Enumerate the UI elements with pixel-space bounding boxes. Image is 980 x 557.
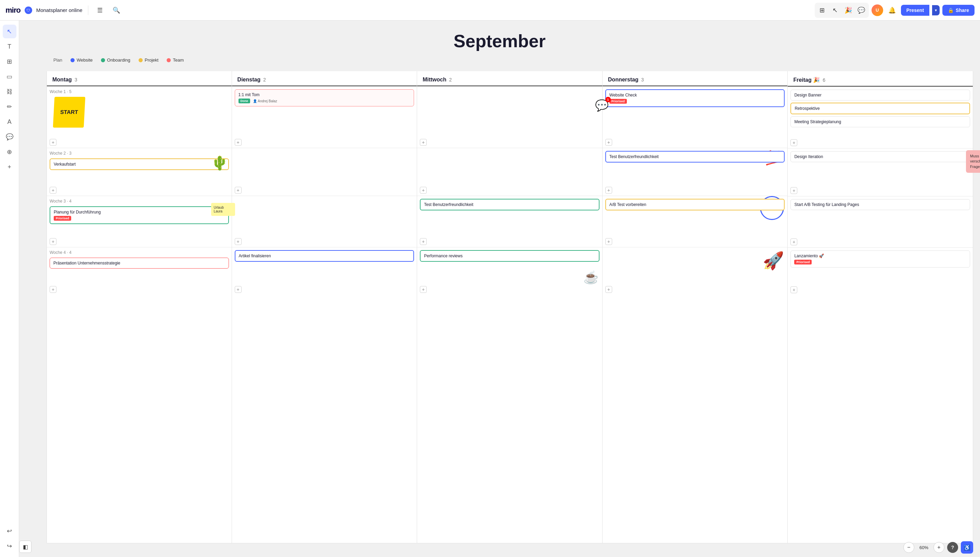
accessibility-button[interactable]: ♿ xyxy=(961,541,973,554)
day-montag: Montag 3 Woche 1 · 5 START + Woche 2 · 3… xyxy=(47,71,232,543)
add-task-dienstag-w3[interactable]: + xyxy=(235,238,242,245)
search-icon[interactable]: 🔍 xyxy=(110,4,122,16)
text-tool[interactable]: T xyxy=(3,40,16,54)
add-task-mittwoch-w1[interactable]: + xyxy=(420,139,427,146)
task-website-check[interactable]: Website Check Priorised xyxy=(605,89,785,107)
sticky-urlaub: Urlaub Laura xyxy=(211,203,235,216)
add-task-montag-w3[interactable]: + xyxy=(50,238,57,245)
select-tool[interactable]: ↖ xyxy=(3,24,16,38)
add-task-donnerstag-w3[interactable]: + xyxy=(605,238,612,245)
day-header-mittwoch: Mittwoch 2 xyxy=(417,71,602,86)
legend-dot-projekt xyxy=(138,58,143,62)
add-task-mittwoch-w3[interactable]: + xyxy=(420,238,427,245)
pen-tool[interactable]: ✏ xyxy=(3,100,16,114)
share-button[interactable]: 🔒 Share xyxy=(943,5,975,16)
present-caret-button[interactable]: ▾ xyxy=(932,5,939,15)
task-retrospektive[interactable]: Retrospektive xyxy=(790,103,970,114)
task-title-artikel: Artikel finalisieren xyxy=(239,254,271,258)
legend-onboarding-label: Onboarding xyxy=(107,57,130,63)
left-sidebar: ↖ T ⊞ ▭ ⛓ ✏ A 💬 ⊕ + ↩ ↪ xyxy=(0,21,19,557)
sticky-tool[interactable]: ▭ xyxy=(3,70,16,83)
add-task-donnerstag-w4[interactable]: + xyxy=(605,286,612,293)
add-task-montag-w1[interactable]: + xyxy=(50,139,57,146)
zoom-level: 60% xyxy=(917,545,931,550)
assignee-andrej: 👤 Andrej Balaz xyxy=(253,99,277,103)
add-task-dienstag-w4[interactable]: + xyxy=(235,286,242,293)
day-name-freitag: Freitag 🎉 xyxy=(793,77,820,83)
add-tool[interactable]: + xyxy=(3,160,16,174)
link-tool[interactable]: ⛓ xyxy=(3,85,16,99)
rocket-sticker: 🚀 xyxy=(763,251,784,270)
cactus-sticker: 🌵 xyxy=(211,155,228,171)
add-task-freitag-w4[interactable]: + xyxy=(790,287,797,293)
menu-icon[interactable]: ☰ xyxy=(94,4,106,16)
apps-icon[interactable]: ⊞ xyxy=(816,4,829,16)
frame-tool[interactable]: ⊕ xyxy=(3,145,16,159)
task-test-benutzer-w3[interactable]: Test Benutzerfreundlichkeit xyxy=(420,199,599,210)
donnerstag-week3: REVIEW A/B Test vorbereiten + xyxy=(602,196,788,247)
day-name-mittwoch: Mittwoch xyxy=(423,77,446,83)
mittwoch-week2: + xyxy=(417,148,602,196)
day-freitag: Freitag 🎉 6 Design Banner Retrospektive … xyxy=(788,71,973,543)
help-button[interactable]: ? xyxy=(947,542,958,553)
add-task-dienstag-w1[interactable]: + xyxy=(235,139,242,146)
montag-week4: Woche 4 · 4 Präsentation Unternehmensstr… xyxy=(47,247,232,295)
task-design-iteration[interactable]: Design Iteration xyxy=(790,151,970,162)
cursor-tool-icon[interactable]: ↖ xyxy=(829,4,842,16)
task-1to1tom[interactable]: 1:1 mit Tom Done 👤 Andrej Balaz xyxy=(235,89,414,106)
present-button[interactable]: Present xyxy=(901,5,930,16)
task-artikel[interactable]: Artikel finalisieren xyxy=(235,250,414,262)
freitag-week3: Start A/B Testing für Landing Pages + xyxy=(788,196,973,248)
bell-party-icon[interactable]: 🎉 xyxy=(842,4,855,16)
legend-website-label: Website xyxy=(77,57,93,63)
add-task-freitag-w3[interactable]: + xyxy=(790,238,797,245)
app-logo: miro xyxy=(5,6,21,15)
legend: Plan Website Onboarding Projekt Team xyxy=(54,57,184,63)
add-task-freitag-w1[interactable]: + xyxy=(790,139,797,146)
font-tool[interactable]: A xyxy=(3,115,16,129)
add-task-mittwoch-w2[interactable]: + xyxy=(420,187,427,194)
task-test-benutzer-w2[interactable]: Test Benutzerfreundlichkeit xyxy=(605,151,785,163)
zoom-in-button[interactable]: + xyxy=(933,542,944,553)
task-title-test-benutzer-w3: Test Benutzerfreundlichkeit xyxy=(424,202,473,207)
add-task-donnerstag-w2[interactable]: + xyxy=(605,187,612,194)
page-title: September xyxy=(454,31,546,51)
task-meta-planung: Priorised xyxy=(54,216,225,221)
avatar[interactable]: U xyxy=(871,5,883,16)
comment-tool[interactable]: 💬 xyxy=(3,130,16,144)
task-planung[interactable]: Planung für Durchführung Priorised xyxy=(50,206,229,224)
add-task-freitag-w2[interactable]: + xyxy=(790,187,797,194)
add-task-dienstag-w2[interactable]: + xyxy=(235,187,242,194)
table-tool[interactable]: ⊞ xyxy=(3,55,16,68)
add-task-montag-w4[interactable]: + xyxy=(50,286,57,293)
day-count-dienstag: 2 xyxy=(263,77,266,83)
day-header-dienstag: Dienstag 2 xyxy=(232,71,417,86)
task-performance-reviews[interactable]: Performance reviews xyxy=(420,250,599,262)
notification-icon[interactable]: 🔔 xyxy=(886,4,898,16)
task-title-design-iteration: Design Iteration xyxy=(794,154,823,159)
task-lanzamiento[interactable]: Lanzamiento 🚀 Priorised xyxy=(790,251,970,267)
chat-notification: 💬 1 xyxy=(595,99,609,112)
week3-label-montag: Woche 3 · 4 xyxy=(50,199,229,204)
task-ab-test[interactable]: A/B Test vorbereiten xyxy=(605,199,785,210)
task-verkaufstart[interactable]: Verkaufstart xyxy=(50,158,229,170)
start-sticker: START xyxy=(53,97,86,128)
tool-group: ⊞ ↖ 🎉 💬 xyxy=(815,3,869,18)
chat-icon[interactable]: 💬 xyxy=(855,4,868,16)
day-header-montag: Montag 3 xyxy=(47,71,232,86)
add-task-donnerstag-w1[interactable]: + xyxy=(605,139,612,146)
task-title-meeting-strategie: Meeting Strategieplanung xyxy=(794,119,841,124)
add-task-montag-w2[interactable]: + xyxy=(50,187,57,194)
task-ab-testing-landing[interactable]: Start A/B Testing für Landing Pages xyxy=(790,199,970,210)
legend-onboarding: Onboarding xyxy=(101,57,130,63)
badge-priorised-website: Priorised xyxy=(609,99,627,104)
task-design-banner[interactable]: Design Banner xyxy=(790,90,970,101)
task-praesentation[interactable]: Präsentation Unternehmensstrategie xyxy=(50,257,229,269)
week4-label-montag: Woche 4 · 4 xyxy=(50,250,229,255)
donnerstag-week4: 🚀 + xyxy=(602,247,788,295)
task-meeting-strategie[interactable]: Meeting Strategieplanung xyxy=(790,116,970,127)
undo-button[interactable]: ↩ xyxy=(3,524,16,538)
add-task-mittwoch-w4[interactable]: + xyxy=(420,286,427,293)
task-title-lanzamiento: Lanzamiento 🚀 xyxy=(794,254,824,258)
zoom-out-button[interactable]: − xyxy=(903,542,914,553)
